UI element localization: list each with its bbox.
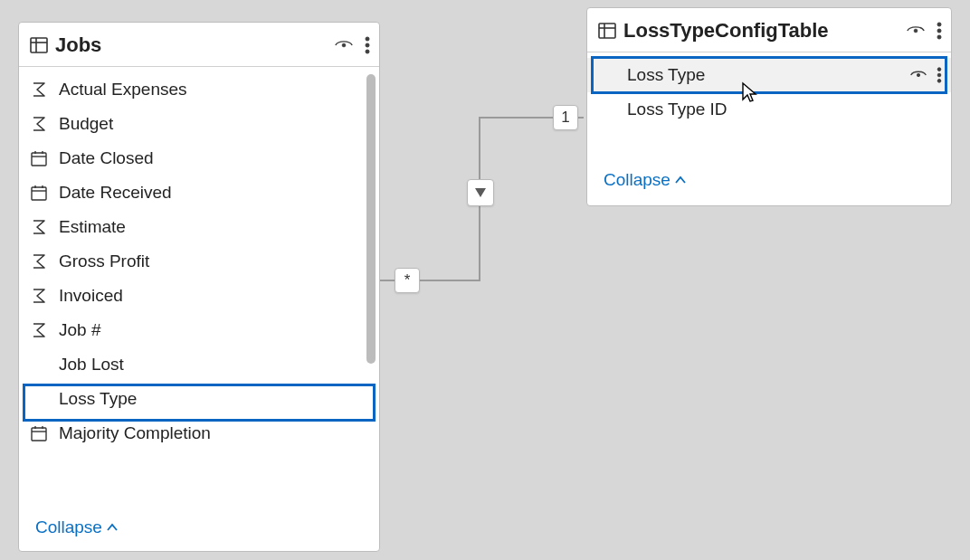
field-loss-type[interactable]: Loss Type bbox=[19, 382, 379, 416]
field-label: Estimate bbox=[53, 217, 370, 237]
field-label: Loss Type bbox=[53, 389, 370, 409]
svg-point-26 bbox=[937, 35, 941, 39]
svg-marker-0 bbox=[475, 188, 486, 197]
field-job-lost[interactable]: Job Lost bbox=[19, 347, 379, 382]
field-date-closed[interactable]: Date Closed bbox=[19, 141, 379, 176]
scrollbar-thumb[interactable] bbox=[366, 74, 376, 364]
collapse-label: Collapse bbox=[604, 170, 670, 190]
more-options-icon[interactable] bbox=[937, 21, 942, 41]
calendar-icon bbox=[30, 423, 53, 443]
chevron-up-icon bbox=[674, 174, 687, 186]
config-card-title: LossTypeConfigTable bbox=[618, 19, 906, 43]
cardinality-many-badge: * bbox=[395, 268, 420, 293]
field-budget[interactable]: Budget bbox=[19, 107, 379, 141]
svg-point-30 bbox=[937, 80, 941, 83]
field-label: Loss Type bbox=[622, 65, 909, 85]
field-label: Budget bbox=[53, 114, 370, 134]
sigma-icon bbox=[30, 286, 53, 306]
svg-rect-20 bbox=[599, 24, 615, 38]
field-label: Job Lost bbox=[53, 355, 370, 375]
cardinality-one-badge: 1 bbox=[553, 105, 578, 130]
chevron-down-icon bbox=[473, 186, 488, 199]
field-majority-completion[interactable]: Majority Completion bbox=[19, 416, 379, 451]
more-options-icon[interactable] bbox=[365, 35, 370, 55]
svg-rect-8 bbox=[32, 153, 46, 166]
jobs-collapse-button[interactable]: Collapse bbox=[19, 508, 119, 548]
svg-point-27 bbox=[917, 73, 919, 76]
field-label: Date Received bbox=[53, 183, 370, 203]
field-date-received[interactable]: Date Received bbox=[19, 176, 379, 210]
svg-point-4 bbox=[342, 43, 346, 47]
jobs-table-card[interactable]: Jobs bbox=[18, 22, 380, 552]
sigma-icon bbox=[30, 80, 53, 100]
svg-rect-16 bbox=[32, 428, 46, 441]
field-label: Job # bbox=[53, 320, 370, 340]
svg-point-7 bbox=[366, 50, 369, 53]
config-card-header: LossTypeConfigTable bbox=[587, 8, 951, 52]
jobs-card-title: Jobs bbox=[50, 33, 334, 57]
field-loss-type[interactable]: Loss Type bbox=[587, 58, 951, 92]
cardinality-many-label: * bbox=[404, 271, 411, 289]
field-actual-expenses[interactable]: Actual Expenses bbox=[19, 72, 379, 107]
sigma-icon bbox=[30, 252, 53, 271]
field-invoiced[interactable]: Invoiced bbox=[19, 279, 379, 313]
table-icon bbox=[28, 34, 50, 56]
config-table-card[interactable]: LossTypeConfigTable bbox=[586, 7, 952, 206]
sigma-icon bbox=[30, 217, 53, 237]
svg-rect-1 bbox=[31, 38, 47, 52]
field-estimate[interactable]: Estimate bbox=[19, 210, 379, 244]
cardinality-one-label: 1 bbox=[561, 109, 569, 127]
blank-icon bbox=[598, 65, 622, 85]
field-label: Invoiced bbox=[53, 286, 370, 306]
svg-point-29 bbox=[937, 73, 941, 77]
svg-point-24 bbox=[937, 23, 941, 26]
blank-icon bbox=[598, 100, 622, 119]
field-label: Date Closed bbox=[53, 148, 370, 168]
svg-point-5 bbox=[366, 37, 369, 41]
table-icon bbox=[596, 20, 618, 42]
sigma-icon bbox=[30, 114, 53, 134]
filter-direction-badge[interactable] bbox=[467, 179, 494, 206]
visibility-icon[interactable] bbox=[906, 21, 926, 41]
jobs-card-header: Jobs bbox=[19, 23, 379, 66]
svg-point-25 bbox=[937, 29, 941, 33]
blank-icon bbox=[30, 355, 53, 375]
calendar-icon bbox=[30, 148, 53, 168]
field-label: Loss Type ID bbox=[622, 100, 942, 119]
svg-point-28 bbox=[937, 68, 941, 71]
svg-rect-12 bbox=[32, 187, 46, 200]
chevron-up-icon bbox=[106, 521, 119, 534]
config-collapse-button[interactable]: Collapse bbox=[587, 161, 687, 201]
more-options-icon[interactable] bbox=[937, 66, 942, 84]
config-field-list: Loss Type bbox=[587, 52, 951, 127]
field-label: Gross Profit bbox=[53, 252, 370, 271]
calendar-icon bbox=[30, 183, 53, 203]
field-label: Actual Expenses bbox=[53, 80, 370, 100]
field-gross-profit[interactable]: Gross Profit bbox=[19, 244, 379, 279]
visibility-icon[interactable] bbox=[909, 66, 927, 84]
visibility-icon[interactable] bbox=[334, 35, 354, 55]
field-label: Majority Completion bbox=[53, 423, 370, 443]
sigma-icon bbox=[30, 320, 53, 340]
collapse-label: Collapse bbox=[35, 517, 102, 537]
svg-point-6 bbox=[366, 43, 369, 47]
svg-point-23 bbox=[914, 29, 918, 33]
field-loss-type-id[interactable]: Loss Type ID bbox=[587, 92, 951, 127]
blank-icon bbox=[30, 389, 53, 409]
jobs-field-list: Actual Expenses Budget bbox=[19, 67, 379, 451]
field-job-number[interactable]: Job # bbox=[19, 313, 379, 347]
